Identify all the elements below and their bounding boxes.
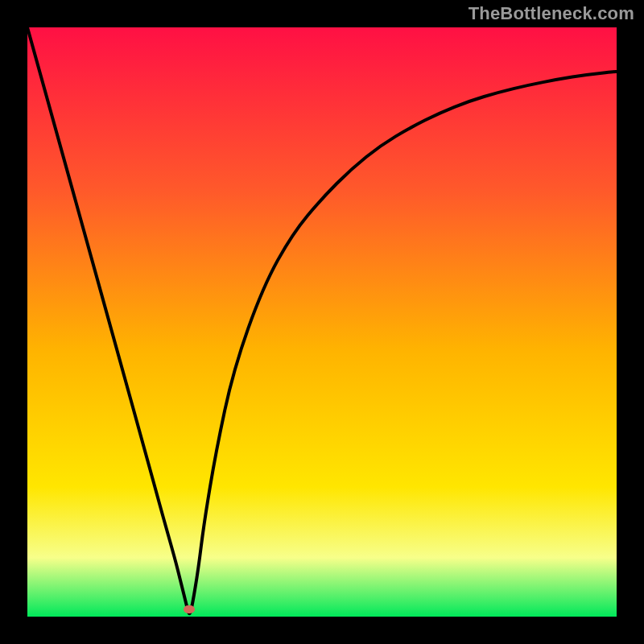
chart-frame: TheBottleneck.com — [0, 0, 644, 644]
plot-area — [27, 27, 617, 617]
watermark-text: TheBottleneck.com — [469, 3, 634, 24]
bottleneck-curve — [27, 27, 617, 613]
curve-layer — [27, 27, 617, 617]
